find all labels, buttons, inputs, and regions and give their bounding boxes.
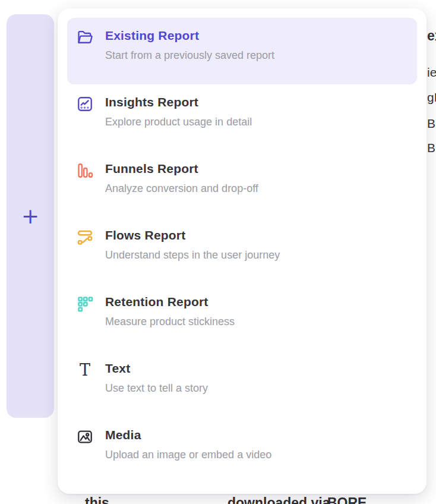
menu-item-retention-report[interactable]: Retention Report Measure product stickin… [67, 284, 417, 351]
menu-item-title: Retention Report [105, 294, 235, 310]
menu-item-texts: Existing Report Start from a previously … [105, 27, 274, 62]
menu-item-subtitle: Analyze conversion and drop-off [105, 182, 258, 195]
background-text-fragment: this [85, 495, 109, 504]
menu-item-title: Funnels Report [105, 160, 258, 177]
menu-item-title: Existing Report [105, 27, 274, 43]
add-content-menu: Existing Report Start from a previously … [58, 8, 426, 494]
menu-item-flows-report[interactable]: Flows Report Understand steps in the use… [67, 218, 417, 284]
menu-item-subtitle: Start from a previously saved report [105, 49, 274, 62]
background-text-fragment: ie [427, 65, 436, 80]
background-text-fragment: downloaded via [228, 495, 330, 504]
background-text-fragment: ex [427, 28, 436, 44]
menu-item-subtitle: Understand steps in the user journey [105, 248, 280, 262]
menu-item-title: Media [105, 427, 271, 443]
media-icon [77, 429, 93, 445]
menu-item-media[interactable]: Media Upload an image or embed a video [67, 417, 417, 484]
background-text-fragment: gB [427, 90, 436, 105]
insights-chart-icon [77, 96, 93, 112]
text-icon: T [77, 362, 93, 379]
menu-item-subtitle: Explore product usage in detail [105, 115, 252, 128]
background-text-fragment: B [427, 141, 435, 155]
menu-item-texts: Retention Report Measure product stickin… [105, 294, 235, 328]
menu-item-existing-report[interactable]: Existing Report Start from a previously … [67, 18, 417, 84]
add-content-button[interactable]: + [21, 206, 39, 227]
menu-item-title: Flows Report [105, 227, 280, 243]
menu-item-texts: Flows Report Understand steps in the use… [105, 227, 280, 262]
menu-item-texts: Media Upload an image or embed a video [105, 427, 271, 461]
background-text-fragment: B [427, 116, 435, 131]
menu-item-funnels-report[interactable]: Funnels Report Analyze conversion and dr… [67, 151, 417, 218]
menu-item-subtitle: Measure product stickiness [105, 315, 235, 328]
menu-item-title: Text [105, 360, 208, 376]
menu-item-texts: Insights Report Explore product usage in… [105, 94, 252, 128]
retention-grid-icon [77, 295, 93, 312]
menu-item-title: Insights Report [105, 94, 252, 110]
background-text-fragment: BORE [327, 495, 367, 504]
menu-item-subtitle: Upload an image or embed a video [105, 448, 271, 461]
folder-open-icon [77, 29, 93, 46]
flows-icon [77, 229, 93, 245]
add-content-rail: + [7, 14, 54, 418]
menu-item-texts: Text Use text to tell a story [105, 360, 208, 395]
menu-item-insights-report[interactable]: Insights Report Explore product usage in… [67, 84, 417, 151]
menu-item-subtitle: Use text to tell a story [105, 382, 208, 395]
funnel-bars-icon [77, 162, 93, 179]
menu-item-texts: Funnels Report Analyze conversion and dr… [105, 160, 258, 195]
screen: ex ie gB B B this downloaded via BORE + … [0, 0, 436, 504]
menu-item-text[interactable]: T Text Use text to tell a story [67, 351, 417, 417]
